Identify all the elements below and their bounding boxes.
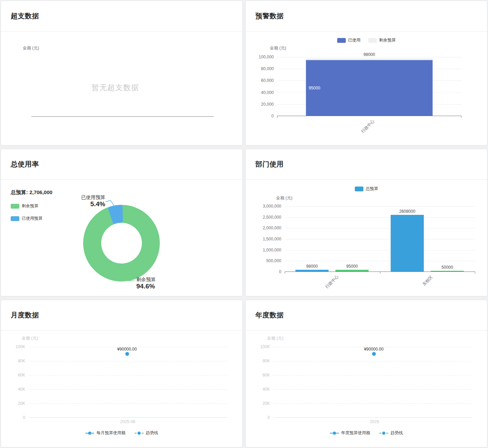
y-tick-label: 3,000,000 xyxy=(263,204,281,209)
card-warning: 预警数据 已使用 剩余预算 金额 (元) 100,000 xyxy=(245,1,487,145)
card-warning-header: 预警数据 xyxy=(246,1,487,31)
gridline xyxy=(29,361,227,361)
bar-value-label: 98000 xyxy=(306,264,318,269)
dashboard: 超支数据 金额 (元) 暂无超支数据 预警数据 已使用 剩余预算 金额 ( xyxy=(0,0,488,448)
legend-item-trend[interactable]: 趋势线 xyxy=(379,430,403,436)
card-warning-title: 预警数据 xyxy=(255,11,284,21)
used-bar-segment[interactable]: 95000 xyxy=(306,60,433,116)
card-usage-header: 总使用率 xyxy=(1,149,242,180)
x-category-label: 行政中心 xyxy=(324,274,340,290)
x-category-label: 2025 xyxy=(354,419,395,424)
legend-item-trend[interactable]: 趋势线 xyxy=(135,430,158,436)
y-tick-label: 80,000 xyxy=(261,66,274,71)
warning-y-axis-name: 金额 (元) xyxy=(270,45,286,51)
gridline xyxy=(29,375,227,375)
legend-trend-label: 趋势线 xyxy=(146,430,158,436)
remaining-slice-label: 剩余预算 94.6% xyxy=(136,276,156,290)
monthly-chart: 金额 (元) 100K 80K 60K 40K 20K 0 ¥90000.00 … xyxy=(1,331,242,447)
department-y-axis-name: 金额 (元) xyxy=(276,195,292,201)
axis-tick xyxy=(277,116,277,118)
gridline xyxy=(273,403,472,404)
gridline xyxy=(29,403,227,404)
y-tick-label: 0 xyxy=(23,415,25,420)
point-value-label: ¥90000.00 xyxy=(353,347,394,352)
gridline xyxy=(285,239,475,239)
donut-chart xyxy=(1,180,243,296)
bar-value-label: 95000 xyxy=(346,264,358,269)
data-point[interactable] xyxy=(125,352,129,356)
remaining-slice-name: 剩余预算 xyxy=(136,276,156,283)
leader-line-used xyxy=(106,200,115,207)
card-overspend: 超支数据 金额 (元) 暂无超支数据 xyxy=(1,1,243,145)
legend-monthly-usage-label: 每月预算使用额 xyxy=(97,430,126,436)
card-overspend-title: 超支数据 xyxy=(11,11,39,21)
y-tick-label: 60,000 xyxy=(261,78,274,83)
department-plot: 3,000,000 2,500,000 2,000,000 1,500,000 … xyxy=(285,206,475,272)
legend-item-total-budget[interactable]: 总预算 xyxy=(355,186,378,192)
remaining-slice-pct: 94.6% xyxy=(136,283,156,290)
yearly-chart: 金额 (元) 100K 80K 60K 40K 20K 0 ¥90000.00 … xyxy=(246,331,487,447)
y-tick-label: 80K xyxy=(263,359,270,363)
card-department-header: 部门使用 xyxy=(246,149,487,180)
y-tick-label: 20K xyxy=(263,401,270,406)
card-department-title: 部门使用 xyxy=(255,160,284,169)
legend-item-used[interactable]: 已使用 xyxy=(337,37,361,43)
y-tick-label: 100,000 xyxy=(259,55,274,59)
y-tick-label: 20K xyxy=(18,401,25,406)
monthly-plot: 100K 80K 60K 40K 20K 0 ¥90000.00 2025-06 xyxy=(29,347,227,418)
bar-used-label: 95000 xyxy=(309,86,320,90)
legend-item-remaining[interactable]: 剩余预算 xyxy=(368,37,396,43)
yearly-plot: 100K 80K 60K 40K 20K 0 ¥90000.00 2025 xyxy=(273,347,472,418)
monthly-y-axis-name: 金额 (元) xyxy=(22,335,38,341)
remaining-swatch-icon xyxy=(368,38,377,43)
y-tick-label: 2,000,000 xyxy=(263,226,281,230)
axis-tick xyxy=(380,272,380,274)
bar-east-used[interactable]: 50000 xyxy=(431,265,464,272)
used-slice-pct: 5.4% xyxy=(63,200,105,208)
gridline xyxy=(285,206,475,207)
axis-tick xyxy=(475,272,475,274)
x-category-label: 东校区 xyxy=(421,274,434,287)
warning-chart: 已使用 剩余预算 金额 (元) 100,000 80,000 60,000 40… xyxy=(246,31,487,145)
warning-plot: 100,000 80,000 60,000 40,000 20,000 0 98… xyxy=(277,57,461,116)
gridline xyxy=(29,389,227,390)
gridline xyxy=(285,261,475,261)
used-slice-label: 已使用预算 5.4% xyxy=(63,194,105,208)
bar-total-label: 98000 xyxy=(363,52,375,57)
used-swatch-icon xyxy=(337,38,346,43)
monthly-x-axis xyxy=(29,417,227,418)
card-yearly-title: 年度数据 xyxy=(255,311,284,320)
card-yearly-header: 年度数据 xyxy=(246,300,487,331)
data-point[interactable] xyxy=(372,352,376,356)
y-tick-label: 40K xyxy=(18,387,25,392)
card-usage-title: 总使用率 xyxy=(11,160,39,169)
legend-item-yearly-usage[interactable]: 年度预算使用额 xyxy=(330,430,370,436)
department-legend: 总预算 xyxy=(246,186,487,192)
bar[interactable] xyxy=(391,215,424,272)
bar-admin-used[interactable]: 95000 xyxy=(335,264,369,272)
legend-trend-label: 趋势线 xyxy=(391,430,403,436)
monthly-legend: 每月预算使用额 趋势线 xyxy=(1,430,242,436)
bar-east-total[interactable]: 2608000 xyxy=(391,209,424,272)
card-usage: 总使用率 总预算: 2,706,000 剩余预算 已使用预算 xyxy=(1,149,243,296)
axis-tick xyxy=(285,272,285,274)
gridline xyxy=(273,375,472,375)
warning-x-axis xyxy=(277,116,461,116)
y-tick-label: 40,000 xyxy=(261,90,274,95)
gridline xyxy=(273,361,472,361)
bar-value-label: 50000 xyxy=(441,265,453,270)
warning-stacked-bar[interactable]: 98000 95000 xyxy=(306,52,433,116)
total-budget-swatch-icon xyxy=(355,187,363,191)
bar-admin-total[interactable]: 98000 xyxy=(295,264,329,272)
point-value-label: ¥90000.00 xyxy=(106,347,148,352)
used-slice-name: 已使用预算 xyxy=(63,194,105,200)
y-tick-label: 0 xyxy=(279,269,281,274)
card-department: 部门使用 总预算 金额 (元) 3,000,000 2,500,000 2,00… xyxy=(245,149,487,296)
y-tick-label: 60K xyxy=(18,373,25,378)
legend-item-monthly-usage[interactable]: 每月预算使用额 xyxy=(85,430,126,436)
y-tick-label: 1,500,000 xyxy=(263,237,281,241)
y-tick-label: 500,000 xyxy=(266,258,281,263)
overspend-chart: 金额 (元) 暂无超支数据 xyxy=(1,31,242,145)
bar-value-label: 2608000 xyxy=(399,209,416,214)
overspend-empty-text: 暂无超支数据 xyxy=(91,83,139,93)
